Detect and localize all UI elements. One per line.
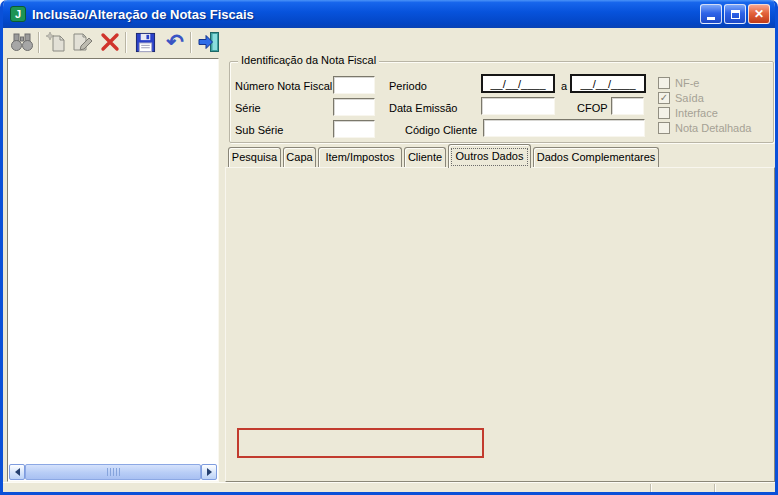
checkmark-icon: ✓ <box>660 93 668 103</box>
tab-item-impostos[interactable]: Item/Impostos <box>318 147 402 167</box>
window-title: Inclusão/Alteração de Notas Fiscais <box>32 7 700 22</box>
toolbar-separator <box>190 32 192 53</box>
minimize-icon <box>707 17 715 20</box>
edit-document-icon <box>71 31 95 55</box>
data-emissao-input[interactable] <box>481 97 555 115</box>
tab-pesquisa[interactable]: Pesquisa <box>228 147 281 167</box>
new-document-icon <box>46 31 68 55</box>
codigo-cliente-input[interactable] <box>483 119 645 137</box>
scroll-right-icon <box>207 468 216 476</box>
edit-record-button <box>69 29 97 57</box>
periodo-label: Periodo <box>389 80 427 92</box>
new-record-button <box>43 29 71 57</box>
scrollbar-grip-icon <box>107 468 120 476</box>
app-window: J Inclusão/Alteração de Notas Fiscais ✕ <box>0 0 778 495</box>
tab-capa[interactable]: Capa <box>283 147 316 167</box>
app-icon: J <box>10 6 26 22</box>
tab-dados-complementares[interactable]: Dados Complementares <box>533 147 659 167</box>
undo-arrow-icon: ↶ <box>166 31 184 52</box>
tab-outros-dados[interactable]: Outros Dados <box>448 144 531 168</box>
data-emissao-label: Data Emissão <box>389 102 457 114</box>
tab-cliente[interactable]: Cliente <box>404 147 446 167</box>
codigo-cliente-label: Código Cliente <box>405 124 477 136</box>
title-bar[interactable]: J Inclusão/Alteração de Notas Fiscais ✕ <box>0 0 778 28</box>
find-binoculars-icon <box>10 32 34 54</box>
maximize-button[interactable] <box>724 4 746 24</box>
highlight-annotation <box>237 428 484 458</box>
periodo-to-input[interactable] <box>570 74 646 93</box>
scroll-left-icon <box>11 468 20 476</box>
cfop-input[interactable] <box>611 97 644 115</box>
maximize-icon <box>731 10 740 19</box>
saida-checkbox: ✓ <box>658 92 670 104</box>
minimize-button[interactable] <box>700 4 722 24</box>
undo-button[interactable]: ↶ <box>161 29 189 57</box>
exit-button[interactable] <box>195 29 223 57</box>
delete-button[interactable] <box>96 29 124 57</box>
sub-serie-input[interactable] <box>333 120 375 138</box>
toolbar-separator <box>38 32 40 53</box>
close-icon: ✕ <box>754 8 764 20</box>
interface-checkbox <box>658 107 670 119</box>
find-button <box>8 29 36 57</box>
scrollbar-track[interactable] <box>25 464 201 480</box>
status-bar <box>3 482 775 492</box>
identificacao-legend: Identificação da Nota Fiscal <box>238 54 379 66</box>
saida-checkbox-label: Saída <box>675 92 704 104</box>
cfop-label: CFOP <box>577 102 608 114</box>
statusbar-separator <box>714 484 716 492</box>
serie-input[interactable] <box>333 98 375 116</box>
nfe-checkbox-label: NF-e <box>675 77 699 89</box>
horizontal-scrollbar[interactable] <box>9 464 217 480</box>
window-controls: ✕ <box>700 4 770 24</box>
scroll-right-button[interactable] <box>201 464 217 480</box>
statusbar-separator <box>650 484 652 492</box>
nota-detalhada-checkbox-label: Nota Detalhada <box>675 122 751 134</box>
close-button[interactable]: ✕ <box>748 4 770 24</box>
exit-door-icon <box>197 31 221 55</box>
nfe-checkbox <box>658 77 670 89</box>
interface-checkbox-label: Interface <box>675 107 718 119</box>
scroll-left-button[interactable] <box>9 464 25 480</box>
sub-serie-label: Sub Série <box>235 124 283 136</box>
save-button[interactable] <box>131 29 159 57</box>
periodo-from-input[interactable] <box>481 74 555 93</box>
scrollbar-thumb[interactable] <box>25 464 201 480</box>
toolbar: ↶ <box>3 28 775 58</box>
numero-nota-label: Número Nota Fiscal <box>235 80 332 92</box>
periodo-a-label: a <box>561 80 567 92</box>
save-floppy-icon <box>135 32 156 55</box>
numero-nota-input[interactable] <box>333 76 375 94</box>
delete-x-icon <box>99 31 121 55</box>
nota-detalhada-checkbox <box>658 122 670 134</box>
toolbar-separator <box>125 32 127 53</box>
serie-label: Série <box>235 102 261 114</box>
records-list-panel[interactable] <box>7 58 219 482</box>
